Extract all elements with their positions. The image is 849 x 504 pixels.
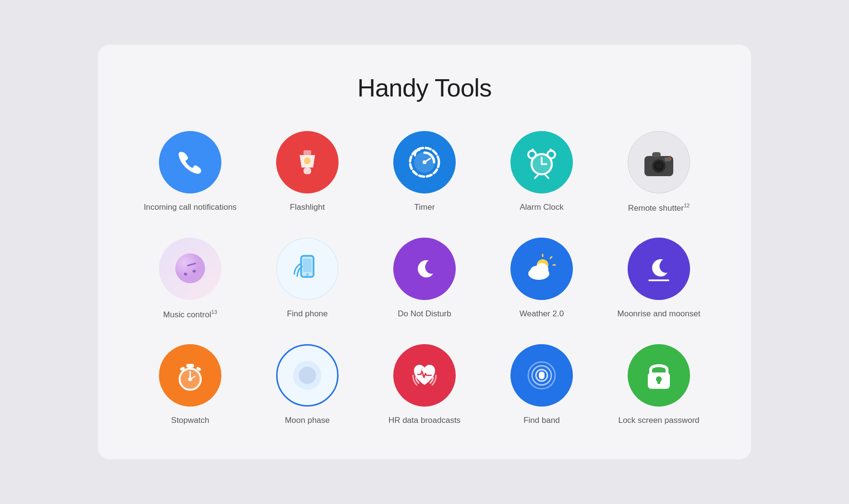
timer-icon [393, 131, 456, 193]
weather-icon [510, 238, 573, 300]
svg-point-47 [299, 367, 316, 384]
tool-label-lock-screen: Lock screen password [618, 415, 699, 426]
svg-rect-0 [303, 150, 311, 155]
flashlight-icon [276, 131, 339, 193]
svg-point-25 [175, 253, 205, 283]
tool-remote-shutter[interactable]: Remote shutter12 [605, 131, 713, 214]
tool-label-moon-phase: Moon phase [285, 415, 330, 426]
tool-flashlight[interactable]: Flashlight [254, 131, 361, 214]
hr-data-icon [393, 344, 456, 407]
svg-point-13 [547, 151, 555, 158]
tool-timer[interactable]: Timer [371, 131, 478, 214]
tool-label-find-phone: Find phone [287, 309, 327, 319]
card: Handy Tools Incoming call notifications [98, 45, 751, 459]
svg-point-12 [528, 151, 536, 158]
moonrise-icon [628, 238, 690, 300]
incoming-call-icon [159, 131, 221, 193]
tool-find-phone[interactable]: Find phone [254, 238, 361, 320]
tool-label-alarm-clock: Alarm Clock [520, 202, 564, 213]
stopwatch-icon [159, 344, 221, 407]
svg-rect-28 [303, 259, 312, 272]
svg-point-36 [535, 263, 548, 276]
alarm-clock-icon [510, 131, 573, 193]
svg-point-29 [306, 273, 309, 276]
svg-rect-54 [657, 379, 660, 384]
tool-stopwatch[interactable]: Stopwatch [136, 344, 244, 426]
find-band-icon [510, 344, 573, 407]
svg-rect-51 [539, 372, 545, 379]
tools-grid: Incoming call notifications Flashlight [136, 131, 713, 426]
lock-screen-icon [628, 344, 690, 407]
svg-line-16 [535, 175, 538, 178]
tool-label-flashlight: Flashlight [290, 202, 325, 213]
moon-phase-icon [276, 344, 339, 407]
svg-point-2 [304, 157, 311, 164]
tool-label-moonrise: Moonrise and moonset [618, 309, 701, 319]
tool-label-hr-data: HR data broadcasts [388, 415, 461, 426]
svg-line-32 [550, 257, 552, 258]
tool-lock-screen[interactable]: Lock screen password [605, 344, 713, 426]
tool-weather[interactable]: Weather 2.0 [488, 238, 595, 320]
tool-moon-phase[interactable]: Moon phase [254, 344, 361, 426]
tool-label-dnd: Do Not Disturb [398, 309, 451, 319]
svg-line-17 [546, 175, 548, 178]
tool-label-timer: Timer [414, 202, 435, 213]
svg-rect-22 [652, 152, 661, 157]
dnd-icon [393, 238, 456, 300]
music-control-icon [159, 238, 221, 300]
remote-shutter-icon [628, 131, 690, 193]
tool-label-stopwatch: Stopwatch [171, 415, 209, 426]
svg-rect-24 [665, 157, 670, 161]
svg-point-21 [656, 163, 662, 169]
tool-find-band[interactable]: Find band [488, 344, 595, 426]
tool-label-music-control: Music control13 [163, 309, 217, 320]
tool-label-incoming-call: Incoming call notifications [144, 202, 237, 213]
find-phone-icon [276, 238, 339, 300]
tool-hr-data[interactable]: HR data broadcasts [371, 344, 478, 426]
tool-incoming-call[interactable]: Incoming call notifications [136, 131, 244, 214]
page-title: Handy Tools [136, 73, 713, 102]
tool-label-remote-shutter: Remote shutter12 [628, 202, 690, 214]
svg-rect-1 [303, 168, 311, 174]
svg-rect-40 [186, 364, 194, 368]
tool-dnd[interactable]: Do Not Disturb [371, 238, 478, 320]
tool-moonrise[interactable]: Moonrise and moonset [605, 238, 713, 320]
tool-label-weather: Weather 2.0 [520, 309, 564, 319]
tool-alarm-clock[interactable]: Alarm Clock [488, 131, 595, 214]
tool-label-find-band: Find band [523, 415, 560, 426]
tool-music-control[interactable]: Music control13 [136, 238, 244, 320]
